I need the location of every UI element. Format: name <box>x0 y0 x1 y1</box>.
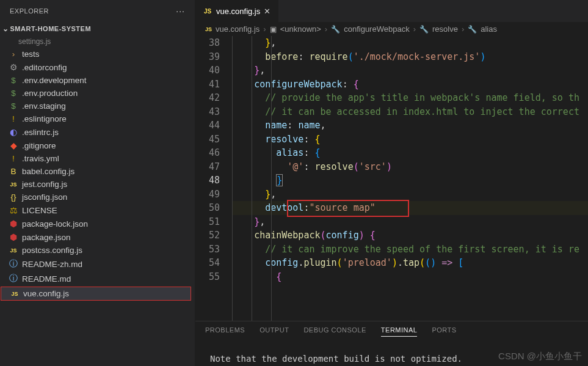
js-icon: JS <box>10 291 20 297</box>
file-item[interactable]: ⬢package.json <box>0 230 195 244</box>
file-label: .editorconfig <box>22 63 67 72</box>
file-label: .travis.yml <box>22 154 59 163</box>
file-item[interactable]: ⬢package-lock.json <box>0 217 195 230</box>
breadcrumb[interactable]: JSvue.config.js›▣<unknown>›🔧configureWeb… <box>195 22 588 36</box>
panel-tab-ports[interactable]: PORTS <box>432 326 456 337</box>
file-label: babel.config.js <box>22 167 74 176</box>
git-icon: ◆ <box>9 141 18 150</box>
breadcrumb-item[interactable]: resolve <box>432 24 458 34</box>
explorer-title: EXPLORER <box>10 7 49 15</box>
code-line[interactable]: }, <box>232 36 588 50</box>
file-label: vue.config.js <box>23 289 69 298</box>
breadcrumb-item[interactable]: alias <box>481 24 497 34</box>
file-item[interactable]: ⓘREADME-zh.md <box>0 257 195 271</box>
babel-icon: B <box>9 167 18 176</box>
file-item[interactable]: ◆.gitignore <box>0 139 195 152</box>
code-line[interactable]: }, <box>232 215 588 229</box>
file-item[interactable]: $.env.production <box>0 87 195 100</box>
js-icon: JS <box>9 181 18 188</box>
breadcrumb-item[interactable]: configureWebpack <box>344 24 409 34</box>
js-icon: JS <box>203 8 212 15</box>
code-area[interactable]: }, before: require('./mock/mock-server.j… <box>232 36 588 321</box>
file-list: settings.js ›tests⚙.editorconfig$.env.de… <box>0 35 195 366</box>
file-label: .env.production <box>22 89 78 98</box>
chevron-icon: › <box>9 49 18 59</box>
file-item[interactable]: JSpostcss.config.js <box>0 244 195 257</box>
wrench-icon: 🔧 <box>468 25 477 34</box>
file-item-truncated[interactable]: settings.js <box>0 35 195 48</box>
file-label: README-zh.md <box>22 260 82 269</box>
file-item[interactable]: JSjest.config.js <box>0 178 195 191</box>
file-item[interactable]: JSvue.config.js <box>1 287 191 301</box>
code-line[interactable]: name: name, <box>232 119 588 133</box>
js-icon: JS <box>205 26 212 32</box>
file-label: jsconfig.json <box>22 192 67 202</box>
cube-icon: ▣ <box>270 25 277 34</box>
code-editor[interactable]: 383940414243444546474849505152535455 }, … <box>195 36 588 321</box>
npm-icon: ⬢ <box>9 219 18 229</box>
code-line[interactable]: devtool:"source map" <box>232 201 588 215</box>
info-icon: ⓘ <box>9 273 18 284</box>
code-line[interactable]: before: require('./mock/mock-server.js') <box>232 50 588 64</box>
code-line[interactable]: config.plugin('preload').tap(() => [ <box>232 256 588 270</box>
panel-tab-problems[interactable]: PROBLEMS <box>205 326 245 337</box>
file-label: package-lock.json <box>22 219 88 229</box>
main-area: JS vue.config.js ✕ JSvue.config.js›▣<unk… <box>195 0 588 366</box>
file-label: jest.config.js <box>22 180 67 189</box>
dollar-icon: $ <box>9 101 18 111</box>
npm-icon: ⬢ <box>9 232 18 242</box>
code-line[interactable]: { <box>232 270 588 284</box>
file-item[interactable]: !.eslintignore <box>0 112 195 125</box>
project-name: SMART-HOME-SYSTEM <box>10 25 92 32</box>
terminal-content[interactable]: Note that the development build is not o… <box>195 342 588 366</box>
code-line[interactable]: // provide the app's title in webpack's … <box>232 91 588 105</box>
panel-tabs: PROBLEMSOUTPUTDEBUG CONSOLETERMINALPORTS <box>195 321 588 342</box>
watermark: CSDN @小鱼小鱼干 <box>498 351 582 362</box>
file-item[interactable]: $.env.staging <box>0 100 195 112</box>
breadcrumb-item[interactable]: <unknown> <box>280 24 321 34</box>
file-label: .env.development <box>22 76 87 85</box>
dollar-icon: $ <box>9 76 18 85</box>
file-label: LICENSE <box>22 206 57 215</box>
file-item[interactable]: {}jsconfig.json <box>0 191 195 203</box>
file-label: package.json <box>22 233 71 242</box>
panel-tab-terminal[interactable]: TERMINAL <box>381 326 418 337</box>
file-label: .gitignore <box>22 141 56 150</box>
code-line[interactable]: // it can be accessed in index.html to i… <box>232 105 588 119</box>
chevron-down-icon: ⌄ <box>2 24 9 33</box>
file-item[interactable]: ⚖LICENSE <box>0 203 195 217</box>
info-icon: ⓘ <box>9 258 18 269</box>
file-item[interactable]: $.env.development <box>0 74 195 87</box>
wrench-icon: 🔧 <box>419 25 429 34</box>
panel-tab-output[interactable]: OUTPUT <box>260 326 289 337</box>
code-line[interactable]: '@': resolve('src') <box>232 160 588 174</box>
code-line[interactable]: // it can improve the speed of the first… <box>232 243 588 257</box>
code-line[interactable]: resolve: { <box>232 133 588 147</box>
file-label: .env.staging <box>22 101 66 111</box>
explorer-more-icon[interactable]: ··· <box>176 6 185 16</box>
code-line[interactable]: }, <box>232 188 588 202</box>
project-header[interactable]: ⌄ SMART-HOME-SYSTEM <box>0 22 195 35</box>
file-item[interactable]: ›tests <box>0 48 195 60</box>
panel-tab-debug-console[interactable]: DEBUG CONSOLE <box>303 326 366 337</box>
file-item[interactable]: !.travis.yml <box>0 152 195 165</box>
tab-label: vue.config.js <box>216 7 260 16</box>
file-label: README.md <box>22 274 71 284</box>
file-item[interactable]: ◐.eslintrc.js <box>0 125 195 139</box>
code-line[interactable]: alias: { <box>232 146 588 160</box>
code-line[interactable]: } <box>232 174 588 188</box>
warn-icon: ! <box>9 154 18 163</box>
code-line[interactable]: configureWebpack: { <box>232 78 588 92</box>
file-item[interactable]: Bbabel.config.js <box>0 165 195 178</box>
close-icon[interactable]: ✕ <box>264 7 270 16</box>
file-label: .eslintignore <box>22 114 67 123</box>
file-item[interactable]: ⓘREADME.md <box>0 271 195 286</box>
code-line[interactable]: }, <box>232 64 588 78</box>
tab-vue-config[interactable]: JS vue.config.js ✕ <box>195 0 278 22</box>
file-item[interactable]: ⚙.editorconfig <box>0 60 195 74</box>
brace-icon: {} <box>9 192 18 202</box>
file-label: .eslintrc.js <box>22 128 59 137</box>
breadcrumb-item[interactable]: vue.config.js <box>216 24 260 34</box>
code-line[interactable]: chainWebpack(config) { <box>232 229 588 243</box>
explorer-sidebar: EXPLORER ··· ⌄ SMART-HOME-SYSTEM setting… <box>0 0 195 366</box>
